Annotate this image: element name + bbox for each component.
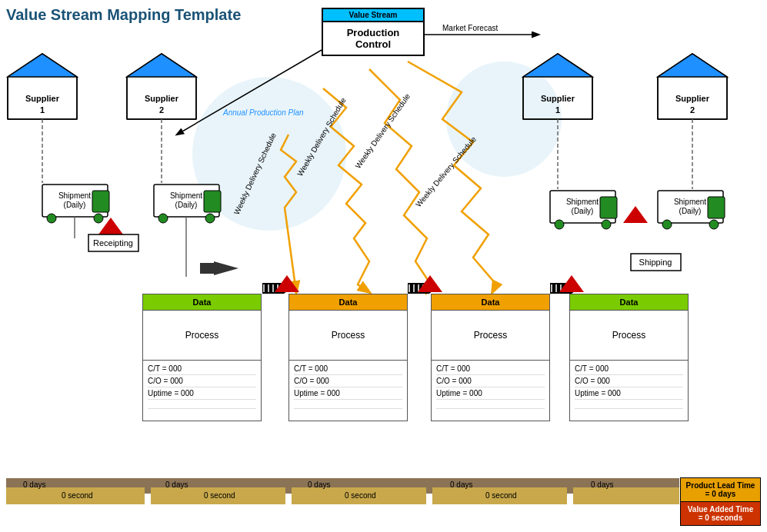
factory-left-1: Supplier 1: [8, 54, 77, 119]
svg-rect-85: [200, 263, 215, 274]
svg-text:Weekly Delivery Schedule: Weekly Delivery Schedule: [354, 91, 412, 170]
svg-marker-86: [275, 275, 299, 292]
truck-3: Shipment (Daily): [550, 191, 617, 229]
svg-text:2: 2: [690, 105, 695, 115]
svg-rect-98: [6, 478, 679, 494]
svg-marker-15: [523, 54, 592, 77]
svg-text:Shipping: Shipping: [639, 258, 672, 267]
factory-right-1: Supplier 1: [523, 54, 592, 119]
process-4-body: Process: [569, 311, 689, 361]
process-1-body: Process: [142, 311, 262, 361]
process-2-body: Process: [288, 311, 408, 361]
process-4: Data Process C/T = 000 C/O = 000 Uptime …: [569, 294, 689, 421]
truck-4: Shipment (Daily): [658, 191, 725, 229]
svg-line-52: [177, 50, 322, 135]
svg-point-50: [709, 220, 719, 229]
svg-rect-101: [292, 487, 426, 504]
svg-point-43: [555, 220, 564, 229]
svg-text:0 second: 0 second: [204, 491, 235, 500]
production-control-header: Value Stream: [322, 8, 425, 22]
svg-marker-88: [559, 275, 584, 292]
svg-rect-100: [151, 487, 285, 504]
svg-marker-0: [8, 54, 77, 119]
svg-text:0 days: 0 days: [308, 480, 330, 489]
svg-marker-71: [284, 283, 291, 294]
svg-marker-8: [127, 54, 196, 77]
svg-rect-40: [550, 191, 615, 223]
svg-marker-87: [418, 275, 442, 292]
svg-text:1: 1: [555, 105, 560, 115]
svg-marker-77: [429, 283, 436, 294]
svg-rect-99: [6, 487, 145, 504]
svg-text:0 days: 0 days: [23, 480, 45, 489]
summary-box: Product Lead Time= 0 days Value Added Ti…: [680, 477, 761, 526]
svg-rect-28: [42, 185, 108, 217]
svg-text:Weekly Delivery Schedule: Weekly Delivery Schedule: [232, 131, 278, 216]
production-control-box: Value Stream Production Control: [322, 8, 425, 56]
svg-text:0 days: 0 days: [165, 480, 188, 489]
svg-point-31: [47, 214, 56, 223]
svg-text:Supplier: Supplier: [25, 94, 60, 103]
process-3: Data Process C/T = 000 C/O = 000 Uptime …: [431, 294, 550, 421]
svg-rect-94: [631, 254, 681, 271]
process-1: Data Process C/T = 000 C/O = 000 Uptime …: [142, 294, 262, 421]
svg-rect-78: [550, 283, 572, 294]
value-added-time-box: Value Added Time= 0 seconds: [680, 502, 761, 526]
svg-rect-66: [262, 283, 284, 294]
svg-text:0 second: 0 second: [345, 491, 376, 500]
lead-time-box: Product Lead Time= 0 days: [680, 477, 761, 502]
svg-marker-84: [214, 261, 238, 275]
process-3-header: Data: [431, 294, 550, 311]
svg-text:Supplier: Supplier: [541, 94, 575, 103]
process-3-data: C/T = 000 C/O = 000 Uptime = 000: [431, 361, 550, 421]
svg-marker-1: [8, 54, 77, 77]
value-added-label: Value Added Time= 0 seconds: [688, 505, 754, 522]
svg-marker-22: [658, 54, 727, 77]
svg-text:1: 1: [40, 105, 45, 115]
svg-text:Weekly Delivery Schedule: Weekly Delivery Schedule: [414, 135, 478, 208]
svg-rect-34: [154, 185, 219, 217]
svg-rect-96: [88, 234, 138, 251]
svg-text:0 second: 0 second: [485, 491, 517, 500]
svg-text:Shipment: Shipment: [566, 198, 599, 206]
svg-text:Shipment: Shipment: [674, 198, 706, 206]
svg-rect-72: [408, 283, 429, 294]
process-2-data: C/T = 000 C/O = 000 Uptime = 000: [288, 361, 408, 421]
svg-rect-33: [92, 191, 109, 212]
svg-text:0 days: 0 days: [591, 480, 613, 489]
svg-text:Supplier: Supplier: [145, 94, 179, 103]
svg-text:0 second: 0 second: [62, 491, 93, 500]
process-1-header: Data: [142, 294, 262, 311]
truck-2: Shipment (Daily): [154, 185, 221, 223]
svg-point-38: [205, 214, 215, 223]
factory-left-2: Supplier 2: [127, 54, 196, 119]
process-2: Data Process C/T = 000 C/O = 000 Uptime …: [288, 294, 408, 421]
svg-point-32: [94, 214, 103, 223]
process-4-data: C/T = 000 C/O = 000 Uptime = 000: [569, 361, 689, 421]
svg-text:Supplier: Supplier: [675, 94, 710, 103]
svg-text:Shipment: Shipment: [170, 191, 202, 200]
page-title: Value Stream Mapping Template: [6, 6, 241, 24]
svg-text:Weekly Delivery Schedule: Weekly Delivery Schedule: [295, 96, 348, 178]
truck-1: Shipment (Daily): [42, 185, 109, 223]
svg-text:(Daily): (Daily): [64, 201, 86, 209]
svg-text:Annual Production Plan: Annual Production Plan: [222, 108, 304, 117]
svg-text:2: 2: [159, 105, 164, 115]
process-1-data: C/T = 000 C/O = 000 Uptime = 000: [142, 361, 262, 421]
svg-text:Receipting: Receipting: [93, 238, 133, 248]
svg-text:Shipment: Shipment: [58, 191, 91, 200]
svg-marker-7: [127, 54, 196, 119]
svg-marker-83: [572, 283, 579, 294]
svg-rect-103: [573, 487, 679, 504]
svg-rect-46: [658, 191, 723, 223]
svg-marker-89: [98, 218, 123, 234]
svg-rect-39: [204, 191, 221, 212]
svg-rect-45: [600, 197, 617, 218]
svg-marker-90: [623, 206, 648, 223]
svg-point-37: [158, 214, 168, 223]
svg-marker-21: [658, 54, 727, 119]
svg-text:(Daily): (Daily): [175, 201, 198, 209]
svg-text:0 days: 0 days: [450, 480, 472, 489]
svg-point-49: [662, 220, 672, 229]
svg-rect-51: [708, 197, 725, 218]
